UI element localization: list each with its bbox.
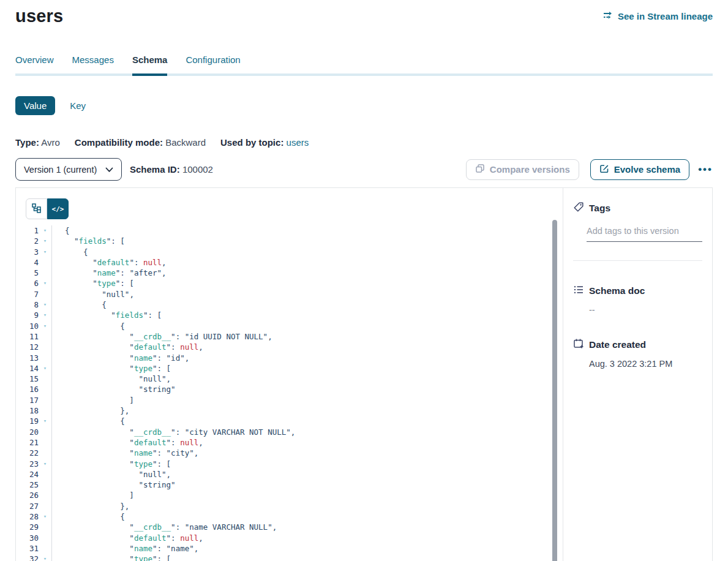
schema-controls-row: Version 1 (current) Schema ID: 100002 Co… (15, 158, 713, 181)
arrow-spacer (39, 501, 51, 511)
code-line: 23▾ "type": [ (16, 459, 563, 469)
collapse-arrow-icon[interactable]: ▾ (39, 363, 51, 374)
code-text: { (51, 225, 70, 236)
code-view-button[interactable]: </> (47, 198, 69, 219)
line-number: 4 (16, 257, 39, 268)
arrow-spacer (39, 448, 51, 458)
code-text: "default": null, (51, 533, 203, 543)
arrow-spacer (39, 437, 51, 448)
collapse-arrow-icon[interactable]: ▾ (39, 278, 51, 288)
tree-view-button[interactable] (26, 198, 47, 219)
tab-overview[interactable]: Overview (15, 55, 54, 73)
code-line: 1▾{ (16, 225, 563, 236)
collapse-arrow-icon[interactable]: ▾ (39, 236, 51, 246)
date-created-heading-row: Date created (573, 338, 702, 352)
arrow-spacer (39, 490, 51, 500)
line-number: 8 (16, 299, 39, 310)
version-select[interactable]: Version 1 (current) (15, 158, 122, 181)
code-line: 14▾ "type": [ (16, 363, 563, 374)
code-line: 4 "default": null, (16, 257, 563, 268)
code-text: "default": null, (51, 437, 203, 448)
line-number: 10 (16, 321, 39, 331)
arrow-spacer (39, 427, 51, 437)
line-number: 12 (16, 342, 39, 352)
value-toggle-button[interactable]: Value (15, 96, 55, 115)
code-text: }, (51, 405, 129, 416)
code-line: 6▾ "type": [ (16, 278, 563, 288)
code-line: 28▾ { (16, 511, 563, 522)
code-text: { (51, 247, 88, 257)
line-number: 6 (16, 278, 39, 288)
code-line: 16 "string" (16, 384, 563, 394)
code-line: 2▾ "fields": [ (16, 236, 563, 246)
tab-messages[interactable]: Messages (72, 55, 114, 73)
line-number: 5 (16, 268, 39, 278)
code-text: "type": [ (51, 278, 134, 288)
line-number: 32 (16, 554, 39, 561)
code-scrollbar[interactable] (552, 220, 557, 561)
add-tags-input[interactable] (587, 226, 702, 242)
edit-pencil-icon (599, 164, 609, 175)
schema-code-panel: </> 1▾{2▾ "fields": [3▾ {4 "default": nu… (16, 188, 563, 561)
compare-versions-button[interactable]: Compare versions (466, 159, 579, 180)
schema-doc-section: Schema doc -- (573, 284, 702, 315)
code-line: 7 "null", (16, 289, 563, 299)
collapse-arrow-icon[interactable]: ▾ (39, 310, 51, 320)
line-number: 22 (16, 448, 39, 458)
collapse-arrow-icon[interactable]: ▾ (39, 247, 51, 257)
collapse-arrow-icon[interactable]: ▾ (39, 459, 51, 469)
code-line: 8▾ { (16, 299, 563, 310)
line-number: 27 (16, 501, 39, 511)
collapse-arrow-icon[interactable]: ▾ (39, 321, 51, 331)
type-field: Type: Avro (15, 137, 60, 148)
code-line: 5 "name": "after", (16, 268, 563, 278)
date-created-section: Date created Aug. 3 2022 3:21 PM (573, 338, 702, 369)
tab-bar: Overview Messages Schema Configuration (15, 55, 713, 76)
code-line: 26 ] (16, 490, 563, 500)
arrow-spacer (39, 480, 51, 490)
code-text: "type": [ (51, 459, 171, 469)
more-options-button[interactable]: ••• (698, 164, 713, 175)
arrow-spacer (39, 469, 51, 480)
schema-id-field: Schema ID: 100002 (130, 164, 213, 175)
code-text: "type": [ (51, 363, 171, 374)
line-number: 7 (16, 289, 39, 299)
tab-configuration[interactable]: Configuration (186, 55, 240, 73)
arrow-spacer (39, 374, 51, 384)
line-number: 9 (16, 310, 39, 320)
collapse-arrow-icon[interactable]: ▾ (39, 416, 51, 426)
evolve-schema-button[interactable]: Evolve schema (590, 159, 689, 180)
collapse-arrow-icon[interactable]: ▾ (39, 511, 51, 522)
code-view-icon: </> (52, 205, 64, 213)
code-line: 17 ] (16, 395, 563, 405)
code-text: { (51, 299, 107, 310)
tab-schema[interactable]: Schema (132, 55, 168, 73)
collapse-arrow-icon[interactable]: ▾ (39, 554, 51, 561)
date-created-heading: Date created (589, 339, 646, 350)
code-text: "type": [ (51, 554, 171, 561)
code-line: 27 }, (16, 501, 563, 511)
code-text: "name": "id", (51, 353, 189, 363)
line-number: 26 (16, 490, 39, 500)
collapse-arrow-icon[interactable]: ▾ (39, 299, 51, 310)
used-by-topic-field: Used by topic: users (220, 137, 309, 148)
calendar-plus-icon (573, 338, 584, 352)
compatibility-field: Compatibility mode: Backward (75, 137, 206, 148)
line-number: 2 (16, 236, 39, 246)
key-toggle-button[interactable]: Key (70, 100, 86, 111)
tags-heading-row: Tags (573, 201, 702, 215)
code-text: "name": "after", (51, 268, 167, 278)
schema-doc-value: -- (589, 305, 702, 315)
code-text: "__crdb__": "city VARCHAR NOT NULL", (51, 427, 295, 437)
topic-link[interactable]: users (287, 137, 309, 148)
collapse-arrow-icon[interactable]: ▾ (39, 225, 51, 236)
code-line: 9▾ "fields": [ (16, 310, 563, 320)
line-number: 31 (16, 543, 39, 554)
code-line: 24 "null", (16, 469, 563, 480)
code-text: "default": null, (51, 342, 203, 352)
arrow-spacer (39, 289, 51, 299)
see-in-stream-lineage-link[interactable]: See in Stream lineage (602, 10, 713, 22)
tree-view-icon (31, 203, 42, 216)
key-value-toggle: Value Key (15, 96, 713, 115)
schema-card: </> 1▾{2▾ "fields": [3▾ {4 "default": nu… (15, 187, 713, 561)
